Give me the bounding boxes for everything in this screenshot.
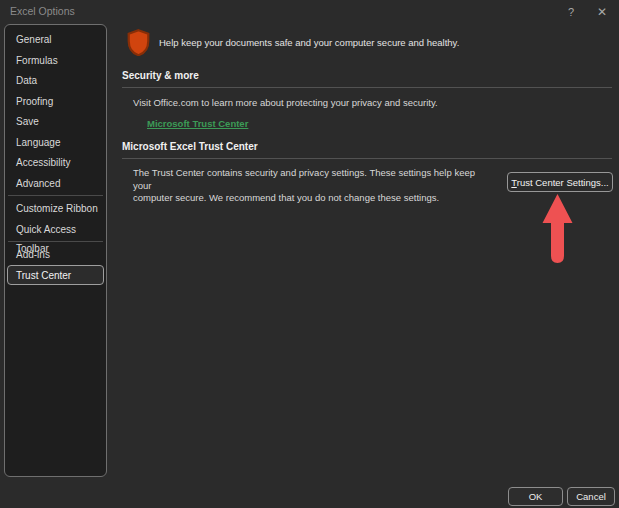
button-label-rest: rust Center Settings... — [517, 177, 609, 188]
red-arrow-up-icon — [540, 192, 576, 271]
security-shield-icon — [127, 29, 150, 56]
sidebar-item-trust-center[interactable]: Trust Center — [7, 265, 104, 286]
cancel-button[interactable]: Cancel — [567, 487, 615, 506]
security-more-description: Visit Office.com to learn more about pro… — [133, 97, 438, 108]
sidebar-item-quick-access-toolbar[interactable]: Quick Access Toolbar — [7, 219, 104, 240]
close-icon[interactable]: ✕ — [593, 3, 611, 21]
microsoft-trust-center-link[interactable]: Microsoft Trust Center — [147, 118, 248, 129]
section-divider — [122, 87, 612, 88]
sidebar-item-formulas[interactable]: Formulas — [7, 50, 104, 71]
sidebar-item-add-ins[interactable]: Add-ins — [7, 244, 104, 265]
trust-center-settings-button[interactable]: Trust Center Settings... — [507, 172, 613, 192]
sidebar-item-advanced[interactable]: Advanced — [7, 173, 104, 194]
intro-row: Help keep your documents safe and your c… — [127, 29, 459, 56]
help-icon[interactable]: ? — [563, 3, 579, 21]
sidebar-divider — [8, 195, 103, 196]
section-divider — [122, 158, 612, 159]
section-heading-excel-trust-center: Microsoft Excel Trust Center — [122, 141, 258, 152]
dialog-title: Excel Options — [10, 5, 75, 17]
excel-options-dialog: Excel Options ? ✕ General Formulas Data … — [0, 0, 619, 508]
ok-button[interactable]: OK — [508, 487, 563, 506]
sidebar-item-save[interactable]: Save — [7, 111, 104, 132]
sidebar-item-proofing[interactable]: Proofing — [7, 91, 104, 112]
sidebar-item-data[interactable]: Data — [7, 70, 104, 91]
intro-text: Help keep your documents safe and your c… — [159, 37, 459, 48]
sidebar-item-accessibility[interactable]: Accessibility — [7, 152, 104, 173]
section-heading-security-more: Security & more — [122, 70, 199, 81]
sidebar-item-customize-ribbon[interactable]: Customize Ribbon — [7, 198, 104, 219]
trust-center-description: The Trust Center contains security and p… — [133, 167, 485, 205]
sidebar-item-language[interactable]: Language — [7, 132, 104, 153]
sidebar-item-general[interactable]: General — [7, 29, 104, 50]
options-category-list: General Formulas Data Proofing Save Lang… — [4, 24, 107, 477]
